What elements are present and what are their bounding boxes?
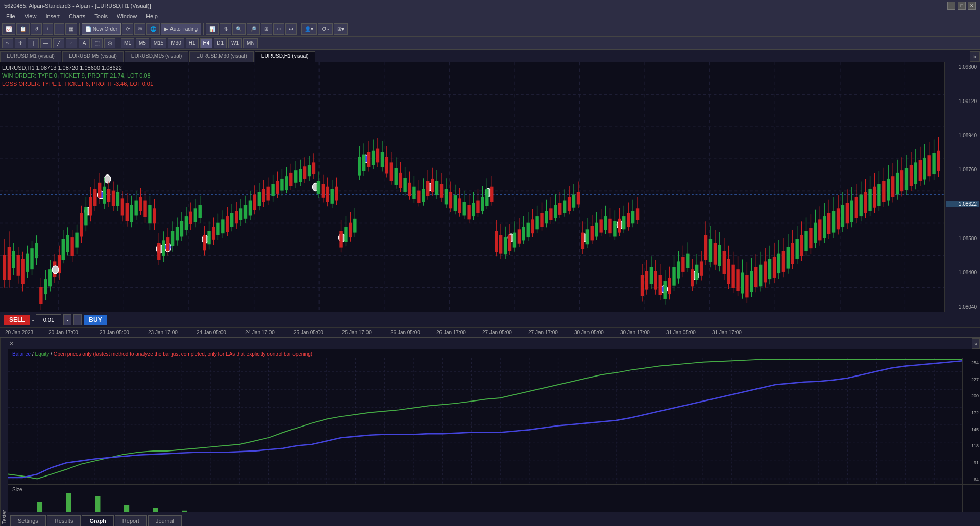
time-label-7: 25 Jan 17:00 <box>342 330 372 335</box>
size-chart[interactable]: Size <box>8 485 962 512</box>
zoom-sel-btn[interactable]: 🔍 <box>232 23 246 35</box>
time-label-5: 24 Jan 17:00 <box>245 330 275 335</box>
sep1 <box>79 23 80 35</box>
trendline-btn[interactable]: ╱ <box>53 38 64 48</box>
new-order-label: New Order <box>93 26 117 32</box>
tab-m30[interactable]: EURUSD,M30 (visual) <box>189 51 253 62</box>
chart-container[interactable]: EURUSD,H1 1.08713 1.08720 1.08600 1.0862… <box>0 62 944 312</box>
tester-close-btn[interactable]: ✕ <box>8 338 16 349</box>
scale-145: 145 <box>964 427 979 432</box>
scroll-end-btn[interactable]: ↦ <box>273 23 284 35</box>
news-btn[interactable]: 🌐 <box>146 23 160 35</box>
svg-rect-493 <box>124 505 129 512</box>
tf-m30[interactable]: M30 <box>168 38 184 48</box>
svg-rect-490 <box>37 502 42 512</box>
auto-scroll-btn[interactable]: ↤ <box>285 23 297 35</box>
autotrading-btn[interactable]: ▶ AutoTrading <box>161 23 201 35</box>
cursor-btn[interactable]: ↖ <box>2 38 13 48</box>
legend-balance: Balance <box>12 351 31 357</box>
sell-button[interactable]: SELL <box>4 315 30 325</box>
time-label-9: 26 Jan 17:00 <box>436 330 466 335</box>
tab-m1[interactable]: EURUSD,M1 (visual) <box>0 51 61 62</box>
window-controls[interactable]: ─ □ ✕ <box>947 2 976 10</box>
price-scale: 1.09300 1.09120 1.08940 1.08760 1.08622 … <box>944 62 980 312</box>
svg-rect-494 <box>153 508 158 512</box>
graph-chart-area: 254 227 200 172 145 118 91 64 <box>8 358 980 484</box>
channel-btn[interactable]: ⟋ <box>66 38 77 48</box>
mail-btn[interactable]: ✉ <box>134 23 145 35</box>
legend-note: Open prices only (fastest method to anal… <box>54 351 313 357</box>
lot-increase[interactable]: + <box>74 314 82 325</box>
current-price: 1.08622 <box>946 201 979 207</box>
tf-w1[interactable]: W1 <box>228 38 242 48</box>
tf-h1[interactable]: H1 <box>186 38 199 48</box>
view2-btn[interactable]: ⊞▾ <box>334 23 348 35</box>
lot-input[interactable] <box>36 314 61 325</box>
indicators-btn[interactable]: 📊 <box>206 23 219 35</box>
buy-button[interactable]: BUY <box>84 315 107 325</box>
balance-equity-chart[interactable] <box>8 358 962 484</box>
zoom-out2-btn[interactable]: 🔎 <box>247 23 260 35</box>
tf-d1[interactable]: D1 <box>214 38 227 48</box>
price-1.08400: 1.08400 <box>946 270 979 275</box>
draw-toolbar: ↖ ✛ | — ╱ ⟋ A ⬚ ◎ M1 M5 M15 M30 H1 H4 D1… <box>0 37 980 50</box>
time-label-1: 20 Jan 17:00 <box>48 330 78 335</box>
tab-graph[interactable]: Graph <box>82 515 113 526</box>
account-btn[interactable]: 👤▾ <box>301 23 317 35</box>
time-label-8: 26 Jan 05:00 <box>390 330 420 335</box>
chart-win-order: WIN ORDER: TYPE 0, TICKET 9, PROFIT 21.7… <box>2 72 153 80</box>
tab-m5[interactable]: EURUSD,M5 (visual) <box>62 51 124 62</box>
period-sep-btn[interactable]: ⇅ <box>220 23 231 35</box>
graph-area: Balance / Equity / Open prices only (fas… <box>8 349 980 512</box>
hline-btn[interactable]: — <box>40 38 52 48</box>
refresh-btn[interactable]: ↺ <box>31 23 42 35</box>
close-btn[interactable]: ✕ <box>968 2 976 10</box>
shapes-btn[interactable]: ◎ <box>104 38 115 48</box>
svg-point-48 <box>52 266 59 274</box>
zoom-in-btn[interactable]: + <box>43 23 53 35</box>
menu-view[interactable]: View <box>20 12 41 20</box>
history-btn[interactable]: ⟳ <box>122 23 133 35</box>
zoom-out-btn[interactable]: − <box>54 23 64 35</box>
timer-btn[interactable]: ⏱▾ <box>318 23 333 35</box>
menu-insert[interactable]: Insert <box>41 12 64 20</box>
tab-settings[interactable]: Settings <box>10 515 46 526</box>
menu-help[interactable]: Help <box>142 12 162 20</box>
properties-btn[interactable]: ▦ <box>65 23 77 35</box>
tabs-collapse-btn[interactable]: » <box>970 51 980 62</box>
template-btn[interactable]: 📋 <box>16 23 30 35</box>
label-btn[interactable]: ⬚ <box>91 38 103 48</box>
scale-91: 91 <box>964 460 979 465</box>
lot-decrease[interactable]: - <box>63 314 71 325</box>
tf-mn[interactable]: MN <box>243 38 258 48</box>
menu-tools[interactable]: Tools <box>90 12 112 20</box>
menu-charts[interactable]: Charts <box>65 12 89 20</box>
text-btn[interactable]: A <box>79 38 90 48</box>
chart-info-overlay: EURUSD,H1 1.08713 1.08720 1.08600 1.0862… <box>2 64 153 88</box>
minimize-btn[interactable]: ─ <box>947 2 955 10</box>
tf-m1[interactable]: M1 <box>121 38 134 48</box>
new-order-btn[interactable]: 📄 New Order <box>82 23 121 35</box>
scale-64: 64 <box>964 477 979 482</box>
tf-m5[interactable]: M5 <box>136 38 149 48</box>
tab-report[interactable]: Report <box>115 515 147 526</box>
tf-h4[interactable]: H4 <box>200 38 213 48</box>
lot-separator: - <box>32 317 34 323</box>
grid-btn[interactable]: ⊞ <box>261 23 272 35</box>
tab-results[interactable]: Results <box>47 515 81 526</box>
menu-file[interactable]: File <box>2 12 19 20</box>
time-label-6: 25 Jan 05:00 <box>293 330 323 335</box>
tab-h1[interactable]: EURUSD,H1 (visual) <box>255 51 315 62</box>
vline-btn[interactable]: | <box>28 38 39 48</box>
maximize-btn[interactable]: □ <box>958 2 966 10</box>
tab-journal[interactable]: Journal <box>148 515 182 526</box>
tester-tabs: ✕ » <box>8 338 980 349</box>
chart-tabs: EURUSD,M1 (visual) EURUSD,M5 (visual) EU… <box>0 50 980 62</box>
crosshair-btn[interactable]: ✛ <box>15 38 26 48</box>
tab-m15[interactable]: EURUSD,M15 (visual) <box>125 51 188 62</box>
tester-expand-btn[interactable]: » <box>972 338 980 349</box>
new-chart-btn[interactable]: 📈 <box>2 23 15 35</box>
menu-bar: File View Insert Charts Tools Window Hel… <box>0 11 980 21</box>
tf-m15[interactable]: M15 <box>151 38 166 48</box>
menu-window[interactable]: Window <box>113 12 141 20</box>
